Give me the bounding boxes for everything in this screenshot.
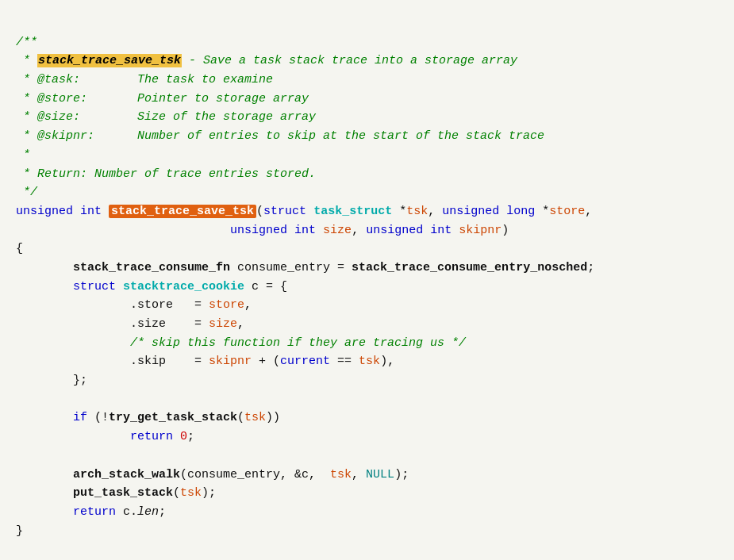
code-container: /** * stack_trace_save_tsk - Save a task… (0, 0, 734, 560)
func-decl-line: unsigned int stack_trace_save_tsk(struct… (16, 205, 592, 218)
line-skip: .skip = skipnr + (current == tsk), (16, 355, 394, 368)
line-size: .size = size, (16, 317, 244, 331)
line-struct: struct stacktrace_cookie c = { (16, 280, 287, 293)
open-brace: { (16, 242, 23, 255)
func-decl-line2: unsigned int size, unsigned int skipnr) (16, 224, 509, 237)
line-put: put_task_stack(tsk); (16, 486, 216, 500)
comment-line-6: * @skipnr: Number of entries to skip at … (16, 129, 544, 143)
funcname-badge: stack_trace_save_tsk (109, 205, 256, 218)
function-name-highlight: stack_trace_save_tsk (37, 54, 182, 67)
line-consume: stack_trace_consume_fn consume_entry = s… (16, 261, 594, 274)
line-return-len: return c.len; (16, 505, 166, 519)
close-brace: } (16, 524, 23, 538)
comment-line-9: */ (16, 186, 37, 199)
line-return0: return 0; (16, 430, 194, 443)
line-close-struct: }; (16, 374, 87, 387)
comment-line-5: * @size: Size of the storage array (16, 110, 316, 124)
line-if-try: if (!try_get_task_stack(tsk)) (16, 411, 280, 424)
comment-line-3: * @task: The task to examine (16, 73, 273, 86)
comment-line-2: * stack_trace_save_tsk - Save a task sta… (16, 54, 517, 67)
comment-skip: /* skip this function if they are tracin… (16, 336, 466, 350)
code-block: /** * stack_trace_save_tsk - Save a task… (16, 14, 718, 559)
comment-line-1: /** (16, 36, 37, 49)
comment-line-8: * Return: Number of trace entries stored… (16, 167, 316, 181)
comment-line-4: * @store: Pointer to storage array (16, 92, 309, 105)
comment-line-7: * (16, 148, 30, 162)
line-store: .store = store, (16, 298, 252, 312)
line-arch: arch_stack_walk(consume_entry, &c, tsk, … (16, 468, 409, 481)
